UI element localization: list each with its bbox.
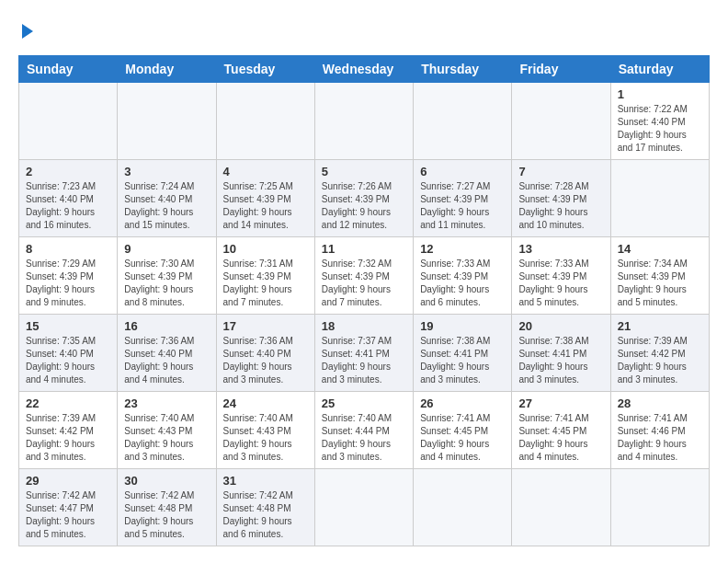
day-number: 31 xyxy=(223,474,308,488)
logo xyxy=(18,18,33,40)
day-info: Sunrise: 7:39 AMSunset: 4:42 PMDaylight:… xyxy=(618,335,702,386)
calendar-cell: 10Sunrise: 7:31 AMSunset: 4:39 PMDayligh… xyxy=(216,237,314,315)
day-number: 19 xyxy=(420,319,505,333)
day-number: 9 xyxy=(124,242,209,256)
calendar-cell: 20Sunrise: 7:38 AMSunset: 4:41 PMDayligh… xyxy=(512,315,610,392)
calendar-cell: 21Sunrise: 7:39 AMSunset: 4:42 PMDayligh… xyxy=(610,315,709,392)
day-info: Sunrise: 7:32 AMSunset: 4:39 PMDaylight:… xyxy=(322,258,406,309)
calendar-cell xyxy=(19,83,118,160)
day-number: 8 xyxy=(26,242,110,256)
day-number: 2 xyxy=(26,165,110,178)
day-number: 26 xyxy=(420,396,505,410)
day-info: Sunrise: 7:35 AMSunset: 4:40 PMDaylight:… xyxy=(26,335,110,386)
day-number: 14 xyxy=(618,242,702,256)
calendar-cell: 15Sunrise: 7:35 AMSunset: 4:40 PMDayligh… xyxy=(19,315,118,392)
calendar-cell: 6Sunrise: 7:27 AMSunset: 4:39 PMDaylight… xyxy=(414,160,512,237)
day-info: Sunrise: 7:41 AMSunset: 4:45 PMDaylight:… xyxy=(518,412,603,464)
calendar-cell xyxy=(512,83,610,160)
day-number: 15 xyxy=(26,319,110,333)
calendar-cell: 22Sunrise: 7:39 AMSunset: 4:42 PMDayligh… xyxy=(19,392,118,469)
calendar-header: SundayMondayTuesdayWednesdayThursdayFrid… xyxy=(19,56,710,83)
day-info: Sunrise: 7:22 AMSunset: 4:40 PMDaylight:… xyxy=(618,103,702,155)
calendar-cell: 18Sunrise: 7:37 AMSunset: 4:41 PMDayligh… xyxy=(314,315,413,392)
day-info: Sunrise: 7:26 AMSunset: 4:39 PMDaylight:… xyxy=(322,180,406,232)
calendar-cell xyxy=(512,469,610,546)
calendar-body: 1Sunrise: 7:22 AMSunset: 4:40 PMDaylight… xyxy=(19,83,710,546)
calendar-cell: 8Sunrise: 7:29 AMSunset: 4:39 PMDaylight… xyxy=(19,237,118,315)
day-info: Sunrise: 7:31 AMSunset: 4:39 PMDaylight:… xyxy=(223,258,308,309)
calendar-cell: 24Sunrise: 7:40 AMSunset: 4:43 PMDayligh… xyxy=(216,392,314,469)
day-info: Sunrise: 7:40 AMSunset: 4:44 PMDaylight:… xyxy=(322,412,406,464)
logo-arrow-icon xyxy=(22,24,33,39)
day-of-week-header: Thursday xyxy=(414,56,512,83)
day-info: Sunrise: 7:36 AMSunset: 4:40 PMDaylight:… xyxy=(223,335,308,386)
day-number: 30 xyxy=(124,474,209,488)
day-info: Sunrise: 7:42 AMSunset: 4:47 PMDaylight:… xyxy=(26,489,110,541)
day-of-week-header: Friday xyxy=(512,56,610,83)
calendar-cell: 23Sunrise: 7:40 AMSunset: 4:43 PMDayligh… xyxy=(118,392,216,469)
calendar-cell: 7Sunrise: 7:28 AMSunset: 4:39 PMDaylight… xyxy=(512,160,610,237)
day-number: 1 xyxy=(618,87,702,101)
calendar-cell xyxy=(314,469,413,546)
calendar-week-row: 1Sunrise: 7:22 AMSunset: 4:40 PMDaylight… xyxy=(19,83,710,160)
day-info: Sunrise: 7:36 AMSunset: 4:40 PMDaylight:… xyxy=(124,335,209,386)
day-info: Sunrise: 7:28 AMSunset: 4:39 PMDaylight:… xyxy=(518,180,603,232)
calendar-cell xyxy=(610,160,709,237)
day-of-week-header: Tuesday xyxy=(216,56,314,83)
day-number: 20 xyxy=(518,319,603,333)
day-info: Sunrise: 7:41 AMSunset: 4:46 PMDaylight:… xyxy=(618,412,702,464)
day-info: Sunrise: 7:24 AMSunset: 4:40 PMDaylight:… xyxy=(124,180,209,232)
day-number: 7 xyxy=(518,165,603,178)
day-info: Sunrise: 7:42 AMSunset: 4:48 PMDaylight:… xyxy=(124,489,209,541)
calendar-cell: 3Sunrise: 7:24 AMSunset: 4:40 PMDaylight… xyxy=(118,160,216,237)
day-number: 16 xyxy=(124,319,209,333)
day-number: 4 xyxy=(223,165,308,178)
day-number: 12 xyxy=(420,242,505,256)
calendar-week-row: 8Sunrise: 7:29 AMSunset: 4:39 PMDaylight… xyxy=(19,237,710,315)
calendar-cell: 4Sunrise: 7:25 AMSunset: 4:39 PMDaylight… xyxy=(216,160,314,237)
day-number: 21 xyxy=(618,319,702,333)
calendar-week-row: 2Sunrise: 7:23 AMSunset: 4:40 PMDaylight… xyxy=(19,160,710,237)
calendar-cell: 19Sunrise: 7:38 AMSunset: 4:41 PMDayligh… xyxy=(414,315,512,392)
day-info: Sunrise: 7:39 AMSunset: 4:42 PMDaylight:… xyxy=(26,412,110,464)
day-info: Sunrise: 7:42 AMSunset: 4:48 PMDaylight:… xyxy=(223,489,308,541)
calendar-cell: 29Sunrise: 7:42 AMSunset: 4:47 PMDayligh… xyxy=(19,469,118,546)
day-info: Sunrise: 7:25 AMSunset: 4:39 PMDaylight:… xyxy=(223,180,308,232)
calendar-week-row: 29Sunrise: 7:42 AMSunset: 4:47 PMDayligh… xyxy=(19,469,710,546)
day-info: Sunrise: 7:33 AMSunset: 4:39 PMDaylight:… xyxy=(518,258,603,309)
calendar-cell: 28Sunrise: 7:41 AMSunset: 4:46 PMDayligh… xyxy=(610,392,709,469)
day-number: 29 xyxy=(26,474,110,488)
calendar-week-row: 22Sunrise: 7:39 AMSunset: 4:42 PMDayligh… xyxy=(19,392,710,469)
day-info: Sunrise: 7:29 AMSunset: 4:39 PMDaylight:… xyxy=(26,258,110,309)
day-number: 28 xyxy=(618,396,702,410)
day-number: 13 xyxy=(518,242,603,256)
day-number: 11 xyxy=(322,242,406,256)
calendar-cell xyxy=(118,83,216,160)
calendar-cell: 16Sunrise: 7:36 AMSunset: 4:40 PMDayligh… xyxy=(118,315,216,392)
day-number: 22 xyxy=(26,396,110,410)
day-number: 3 xyxy=(124,165,209,178)
calendar-cell: 11Sunrise: 7:32 AMSunset: 4:39 PMDayligh… xyxy=(314,237,413,315)
day-info: Sunrise: 7:33 AMSunset: 4:39 PMDaylight:… xyxy=(420,258,505,309)
day-number: 10 xyxy=(223,242,308,256)
calendar-cell xyxy=(314,83,413,160)
calendar-cell: 5Sunrise: 7:26 AMSunset: 4:39 PMDaylight… xyxy=(314,160,413,237)
day-info: Sunrise: 7:27 AMSunset: 4:39 PMDaylight:… xyxy=(420,180,505,232)
day-number: 5 xyxy=(322,165,406,178)
day-info: Sunrise: 7:34 AMSunset: 4:39 PMDaylight:… xyxy=(618,258,702,309)
day-number: 17 xyxy=(223,319,308,333)
calendar-cell xyxy=(414,469,512,546)
calendar-cell: 2Sunrise: 7:23 AMSunset: 4:40 PMDaylight… xyxy=(19,160,118,237)
calendar-cell xyxy=(414,83,512,160)
day-info: Sunrise: 7:38 AMSunset: 4:41 PMDaylight:… xyxy=(518,335,603,386)
day-number: 27 xyxy=(518,396,603,410)
day-info: Sunrise: 7:30 AMSunset: 4:39 PMDaylight:… xyxy=(124,258,209,309)
calendar-cell: 13Sunrise: 7:33 AMSunset: 4:39 PMDayligh… xyxy=(512,237,610,315)
calendar-cell: 17Sunrise: 7:36 AMSunset: 4:40 PMDayligh… xyxy=(216,315,314,392)
day-info: Sunrise: 7:38 AMSunset: 4:41 PMDaylight:… xyxy=(420,335,505,386)
day-number: 18 xyxy=(322,319,406,333)
calendar-cell: 12Sunrise: 7:33 AMSunset: 4:39 PMDayligh… xyxy=(414,237,512,315)
day-of-week-header: Saturday xyxy=(610,56,709,83)
day-number: 23 xyxy=(124,396,209,410)
day-of-week-header: Sunday xyxy=(19,56,118,83)
